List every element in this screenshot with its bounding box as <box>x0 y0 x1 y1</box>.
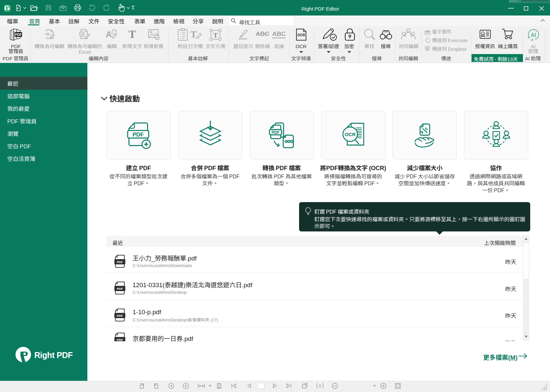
svg-text:OCR: OCR <box>345 132 356 137</box>
svg-text:PDF: PDF <box>117 260 123 264</box>
svg-text:PDF: PDF <box>117 287 123 290</box>
svg-text:PDF: PDF <box>133 132 144 138</box>
svg-text:PDF: PDF <box>117 314 123 317</box>
svg-text:A: A <box>106 29 112 39</box>
svg-text:PDF: PDF <box>15 33 22 37</box>
svg-text:AI: AI <box>531 32 536 38</box>
svg-text:T: T <box>213 31 218 39</box>
svg-text:T: T <box>190 29 197 40</box>
svg-text:PDF: PDF <box>117 338 123 341</box>
svg-text:PDF: PDF <box>272 130 280 135</box>
svg-text:OCR: OCR <box>297 33 305 37</box>
